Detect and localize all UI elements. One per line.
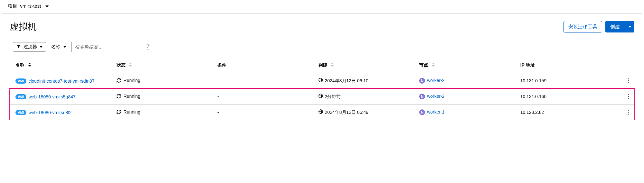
- condition-value: -: [217, 94, 219, 99]
- filter-button-label: 过滤器: [24, 44, 37, 50]
- svg-point-10: [628, 96, 629, 97]
- install-migration-tool-button[interactable]: 安装迁移工具: [564, 21, 602, 32]
- sort-icon: [432, 63, 435, 68]
- vmi-badge: VMI: [15, 78, 26, 84]
- col-header-name[interactable]: 名称: [10, 58, 111, 73]
- svg-point-5: [628, 82, 629, 83]
- col-header-condition-label: 条件: [217, 62, 226, 68]
- condition-value: -: [217, 110, 219, 115]
- svg-point-3: [628, 78, 629, 79]
- status-label: Running: [124, 109, 140, 114]
- node-badge: N: [419, 94, 425, 99]
- col-header-created[interactable]: 创建: [313, 58, 414, 73]
- ip-value: 10.131.0.160: [520, 94, 547, 99]
- vm-name-link[interactable]: web-18080-vmirsrl8l2: [28, 110, 71, 115]
- status-label: Running: [124, 78, 140, 83]
- create-button-caret[interactable]: [625, 21, 634, 32]
- filter-by-select[interactable]: 名称: [51, 43, 67, 51]
- svg-point-16: [628, 112, 629, 113]
- svg-point-17: [628, 114, 629, 114]
- created-value: 2024年8月12日 06:10: [325, 78, 368, 83]
- created-value: 2分钟前: [325, 94, 341, 99]
- status-label: Running: [124, 94, 140, 99]
- table-row: VMIweb-18080-vmirs5q847Running-2分钟前Nwork…: [10, 89, 634, 105]
- row-actions-kebab[interactable]: [626, 93, 631, 100]
- condition-value: -: [217, 78, 219, 83]
- globe-icon: [318, 78, 323, 82]
- col-header-node[interactable]: 节点: [413, 58, 515, 73]
- node-link[interactable]: worker-2: [427, 78, 444, 83]
- svg-point-4: [628, 80, 629, 81]
- table-row: VMIweb-18080-vmirsrl8l2Running-2024年8月12…: [10, 105, 634, 120]
- project-selector-label: 项目: vmirs-test: [8, 3, 41, 9]
- filter-by-caret-icon: [63, 46, 66, 48]
- ip-value: 10.128.2.82: [520, 110, 544, 115]
- page-title: 虚拟机: [10, 21, 37, 33]
- search-input[interactable]: [71, 42, 152, 52]
- row-actions-kebab[interactable]: [626, 77, 631, 85]
- node-badge: N: [419, 109, 425, 115]
- col-header-node-label: 节点: [419, 62, 428, 68]
- node-link[interactable]: worker-1: [427, 109, 444, 114]
- sync-icon: [117, 110, 121, 114]
- col-header-ip: IP 地址: [515, 58, 616, 73]
- vmi-badge: VMI: [15, 110, 26, 115]
- vm-name-link[interactable]: web-18080-vmirs5q847: [28, 94, 75, 99]
- svg-point-15: [628, 110, 629, 111]
- col-header-actions: [615, 58, 634, 73]
- create-button[interactable]: 创建: [605, 21, 625, 32]
- sync-icon: [117, 94, 121, 98]
- sort-icon: [331, 63, 334, 68]
- filter-icon: [16, 44, 21, 50]
- node-link[interactable]: worker-2: [427, 94, 444, 99]
- col-header-created-label: 创建: [318, 62, 327, 68]
- col-header-status[interactable]: 状态: [111, 58, 212, 73]
- table-row: VMIcloudinit-centos7-test-vmirsdtn97Runn…: [10, 73, 634, 89]
- svg-point-11: [628, 98, 629, 99]
- created-value: 2024年8月12日 06:49: [325, 110, 368, 115]
- sync-icon: [117, 78, 121, 83]
- globe-icon: [318, 109, 323, 114]
- filter-button[interactable]: 过滤器: [13, 42, 46, 52]
- row-actions-kebab[interactable]: [626, 108, 631, 116]
- node-badge: N: [419, 78, 425, 84]
- sort-icon: [129, 63, 132, 68]
- filter-by-label: 名称: [51, 44, 60, 50]
- vmi-badge: VMI: [15, 94, 26, 99]
- col-header-ip-label: IP 地址: [520, 62, 535, 68]
- vm-name-link[interactable]: cloudinit-centos7-test-vmirsdtn97: [28, 78, 94, 84]
- col-header-condition: 条件: [212, 58, 313, 73]
- col-header-name-label: 名称: [15, 62, 24, 68]
- ip-value: 10.131.0.159: [520, 78, 547, 83]
- project-selector-caret-icon[interactable]: [45, 5, 49, 7]
- globe-icon: [318, 94, 323, 98]
- sort-icon: [28, 63, 31, 68]
- col-header-status-label: 状态: [117, 62, 126, 68]
- filter-caret-icon: [40, 46, 43, 48]
- svg-point-9: [628, 94, 629, 95]
- search-shortcut-hint: /: [146, 44, 150, 50]
